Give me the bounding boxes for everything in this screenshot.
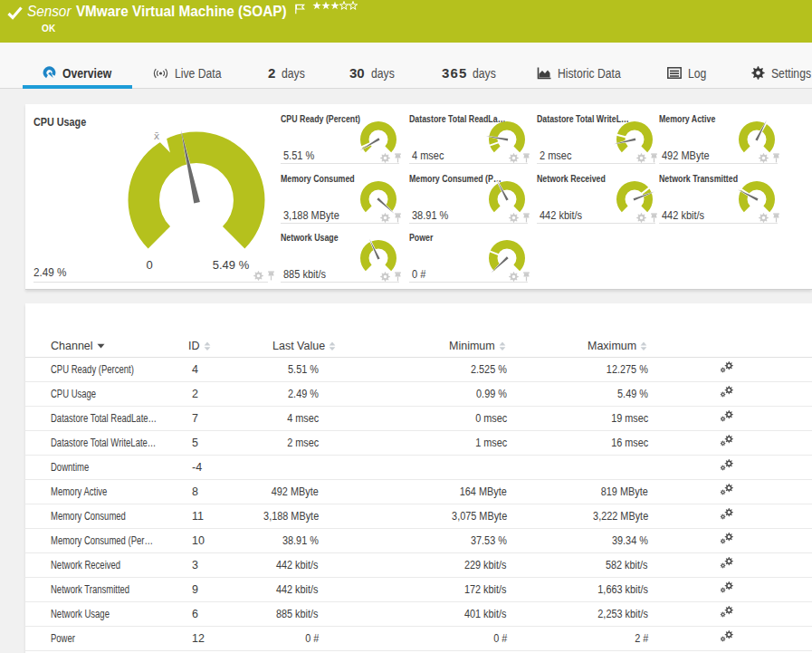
channel-row[interactable]: Datastore Total WriteLate…52 msec1 msec1… <box>25 431 812 456</box>
cell-corner-icons <box>380 213 402 223</box>
pin-icon[interactable] <box>772 213 780 223</box>
channel-row[interactable]: Network Transmitted9442 kbit/s172 kbit/s… <box>25 578 812 602</box>
channel-settings-icon[interactable] <box>720 578 734 601</box>
gear-icon[interactable] <box>509 213 519 223</box>
column-header-id[interactable]: ID <box>188 334 211 358</box>
star-filled-icon[interactable] <box>312 1 321 10</box>
channel-row[interactable]: Downtime-4 <box>25 456 812 480</box>
gauge-cell[interactable]: Datastore Total ReadLa…4 msec <box>409 113 530 172</box>
channel-row[interactable]: CPU Usage22.49 %0.99 %5.49 % <box>25 382 812 407</box>
priority-stars[interactable] <box>312 1 358 10</box>
channel-row[interactable]: Memory Consumed113,188 MByte3,075 MByte3… <box>25 504 812 529</box>
gauge-cell[interactable]: Network Usage885 kbit/s <box>281 232 401 291</box>
tab-30-days[interactable]: 30 days <box>349 50 397 96</box>
gear-icon[interactable] <box>380 213 390 223</box>
gear-icon[interactable] <box>636 153 646 163</box>
gauge-cell[interactable]: Power0 # <box>409 232 530 291</box>
gear-icon[interactable] <box>759 153 769 163</box>
channel-settings-icon[interactable] <box>720 407 734 430</box>
channel-row[interactable]: Power120 #0 #2 # <box>25 627 812 651</box>
gear-icon[interactable] <box>509 153 519 163</box>
channel-row[interactable]: Network Received3442 kbit/s229 kbit/s582… <box>25 553 812 578</box>
channel-maximum: 1,663 kbit/s <box>597 578 648 601</box>
pin-icon[interactable] <box>650 213 658 223</box>
channel-settings-icon[interactable] <box>720 627 734 650</box>
column-header-maximum[interactable]: Maximum <box>588 334 647 358</box>
gear-icon[interactable] <box>380 153 390 163</box>
pin-icon[interactable] <box>522 272 530 282</box>
channel-row[interactable]: Datastore Total ReadLate…74 msec0 msec19… <box>25 407 812 431</box>
gear-icon[interactable] <box>636 213 646 223</box>
channel-settings-icon[interactable] <box>720 529 734 552</box>
gears-icon <box>720 508 734 520</box>
tab-log[interactable]: Log <box>667 50 709 96</box>
channel-settings-icon[interactable] <box>720 602 734 626</box>
gauge-cell[interactable]: Datastore Total WriteL…2 msec <box>537 113 657 172</box>
gauge-cell[interactable]: Network Received442 kbit/s <box>537 173 657 232</box>
pin-icon[interactable] <box>394 272 402 282</box>
tab-historic-data[interactable]: Historic Data <box>537 50 630 96</box>
channel-row[interactable]: Network Usage6885 kbit/s401 kbit/s2,253 … <box>25 602 812 627</box>
gauge-cell[interactable]: Memory Consumed (P…38.91 % <box>409 173 530 232</box>
cell-corner-icons <box>636 213 658 223</box>
gear-icon[interactable] <box>380 272 390 282</box>
channel-settings-icon[interactable] <box>720 382 734 406</box>
column-header-minimum[interactable]: Minimum <box>449 334 506 358</box>
pin-icon[interactable] <box>394 213 402 223</box>
pin-icon[interactable] <box>267 271 275 281</box>
pin-icon[interactable] <box>522 213 530 223</box>
star-filled-icon[interactable] <box>330 1 339 10</box>
pin-icon[interactable] <box>772 153 780 163</box>
channel-maximum: 5.49 % <box>617 382 648 406</box>
tab-365-days[interactable]: 365 days <box>442 50 499 96</box>
gear-icon[interactable] <box>253 271 263 281</box>
gear-icon[interactable] <box>759 213 769 223</box>
channel-name: Network Transmitted <box>51 578 129 601</box>
pin-icon[interactable] <box>394 153 402 163</box>
cell-divider <box>281 282 399 283</box>
channel-id: 2 <box>192 382 198 406</box>
channel-row[interactable]: CPU Ready (Percent)45.51 %2.525 %12.275 … <box>25 358 812 382</box>
pin-icon[interactable] <box>522 153 530 163</box>
channel-row[interactable]: Memory Consumed (Per…1038.91 %37.53 %39.… <box>25 529 812 553</box>
primary-gauge-title: CPU Usage <box>33 115 86 129</box>
gauge-cell-value: 4 msec <box>412 149 444 162</box>
status-ok-check-icon <box>7 6 23 24</box>
channel-settings-icon[interactable] <box>720 504 734 528</box>
star-outline-icon[interactable] <box>349 1 358 10</box>
gauge-cell[interactable]: Memory Active492 MByte <box>659 113 779 172</box>
sort-icon <box>329 341 336 351</box>
channel-maximum: 2 # <box>635 627 648 650</box>
channel-settings-icon[interactable] <box>720 431 734 455</box>
gauge-cell-value: 442 kbit/s <box>540 209 582 222</box>
channel-last-value: 442 kbit/s <box>276 578 319 601</box>
channel-settings-icon[interactable] <box>720 456 734 479</box>
gauge-cell[interactable]: Memory Consumed3,188 MByte <box>281 173 401 232</box>
gauge-cell[interactable]: Network Transmitted442 kbit/s <box>659 173 779 232</box>
star-outline-icon[interactable] <box>339 1 349 10</box>
gauge-cell-value: 885 kbit/s <box>283 268 326 281</box>
star-filled-icon[interactable] <box>321 1 330 10</box>
channel-settings-icon[interactable] <box>720 358 734 381</box>
flag-icon[interactable] <box>294 2 306 18</box>
primary-gauge-cell[interactable]: CPU Usage x̄ 2.49 % 0 5.49 % <box>33 115 268 284</box>
gauge-cell[interactable]: CPU Ready (Percent)5.51 % <box>281 113 401 172</box>
channel-name: Power <box>51 627 75 650</box>
channel-table-body: CPU Ready (Percent)45.51 %2.525 %12.275 … <box>25 358 812 651</box>
gears-icon <box>720 361 734 373</box>
channel-settings-icon[interactable] <box>720 553 734 577</box>
channel-row[interactable]: Memory Active8492 MByte164 MByte819 MByt… <box>25 480 812 504</box>
tab-settings[interactable]: Settings <box>751 50 812 96</box>
channel-minimum: 0 # <box>493 627 507 650</box>
tab-live-data[interactable]: Live Data <box>153 50 228 96</box>
gauge-average-marker-label: x̄ <box>154 130 160 142</box>
tab-overview[interactable]: Overview <box>43 50 119 96</box>
column-header-last-value[interactable]: Last Value <box>272 334 336 358</box>
pin-icon[interactable] <box>650 153 658 163</box>
gear-icon[interactable] <box>509 272 519 282</box>
cell-corner-icons <box>380 272 402 282</box>
channel-settings-icon[interactable] <box>720 480 734 504</box>
sensor-status-text: OK <box>42 24 55 34</box>
tab-2-days[interactable]: 2 days <box>268 50 309 96</box>
column-header-channel[interactable]: Channel <box>51 334 105 358</box>
